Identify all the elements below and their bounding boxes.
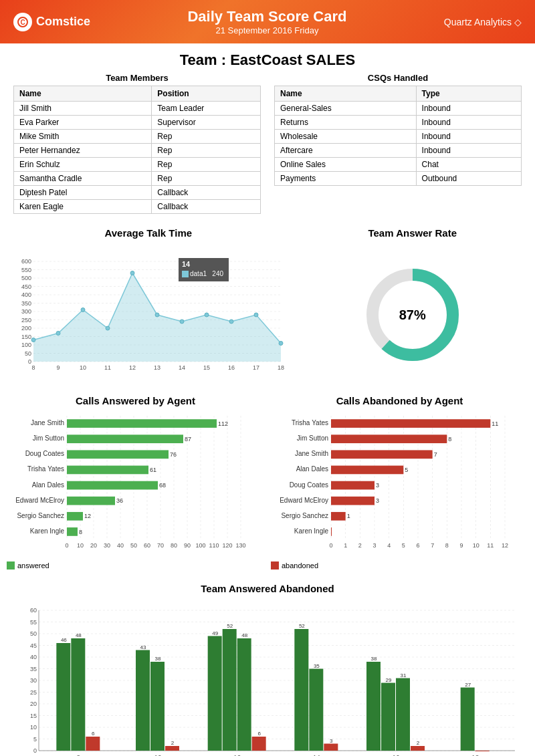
team-members-label: Team Members: [13, 73, 261, 83]
abandoned-chart: [271, 409, 518, 556]
abandoned-legend: abandoned: [271, 561, 528, 570]
avg-talk-time-title: Average Talk Time: [7, 227, 290, 239]
bottom-chart-canvas: [13, 597, 522, 756]
table-row: Online SalesChat: [275, 158, 522, 172]
table-row: Samantha CradleRep: [14, 172, 261, 186]
charts-row-1: Average Talk Time Team Answer Rate 87%: [0, 221, 535, 388]
calls-abandoned-block: Calls Abandoned by Agent abandoned: [271, 395, 528, 570]
col-name: Name: [14, 86, 152, 102]
bar-charts-row: Calls Answered by Agent answered Calls A…: [0, 388, 535, 576]
calls-answered-block: Calls Answered by Agent answered: [7, 395, 264, 570]
table-row: Jill SmithTeam Leader: [14, 102, 261, 116]
csqs-label: CSQs Handled: [274, 73, 522, 83]
answered-legend: answered: [7, 561, 264, 570]
answered-legend-label: answered: [17, 561, 49, 570]
table-row: Diptesh PatelCallback: [14, 186, 261, 200]
col-position: Position: [152, 86, 261, 102]
team-members-block: Team Members Name Position Jill SmithTea…: [13, 73, 261, 214]
calls-answered-title: Calls Answered by Agent: [7, 395, 264, 406]
bottom-chart-title: Team Answered Abandoned: [13, 583, 522, 594]
brand-logo: C Comstice: [13, 13, 90, 31]
table-row: Karen EagleCallback: [14, 200, 261, 214]
table-row: Erin SchulzRep: [14, 158, 261, 172]
team-members-table: Name Position Jill SmithTeam LeaderEva P…: [13, 86, 261, 214]
table-row: ReturnsInbound: [275, 116, 522, 130]
table-row: Eva ParkerSupervisor: [14, 116, 261, 130]
avg-talk-time-block: Average Talk Time: [7, 227, 290, 388]
donut-value: 87%: [399, 307, 426, 323]
header: C Comstice Daily Team Score Card 21 Sept…: [0, 0, 535, 43]
header-center: Daily Team Score Card 21 September 2016 …: [187, 8, 346, 35]
answer-rate-title: Team Answer Rate: [297, 227, 529, 239]
table-row: WholesaleInbound: [275, 130, 522, 144]
table-row: Mike SmithRep: [14, 130, 261, 144]
answered-chart: [7, 409, 254, 556]
page-title: Daily Team Score Card: [187, 8, 346, 25]
table-row: General-SalesInbound: [275, 102, 522, 116]
csqs-table: Name Type General-SalesInboundReturnsInb…: [274, 86, 522, 186]
brand-name: Comstice: [36, 15, 90, 29]
abandoned-legend-box: [271, 561, 279, 570]
report-date: 21 September 2016 Friday: [187, 25, 346, 35]
table-row: PaymentsOutbound: [275, 172, 522, 186]
table-row: Peter HernandezRep: [14, 144, 261, 158]
analytics-brand: Quartz Analytics ◇: [444, 17, 522, 27]
calls-abandoned-title: Calls Abandoned by Agent: [271, 395, 528, 406]
answered-legend-box: [7, 561, 15, 570]
abandoned-legend-label: abandoned: [282, 561, 318, 570]
answer-rate-block: Team Answer Rate 87%: [297, 227, 529, 388]
svg-text:C: C: [20, 19, 25, 26]
table-row: AftercareInbound: [275, 144, 522, 158]
logo-circle: C: [13, 13, 32, 31]
col-csq-type: Type: [416, 86, 521, 102]
line-chart: [7, 241, 290, 388]
donut-container: 87%: [297, 241, 529, 388]
bottom-chart-block: Team Answered Abandoned Hour: [0, 576, 535, 756]
csqs-block: CSQs Handled Name Type General-SalesInbo…: [274, 73, 522, 214]
tables-section: Team Members Name Position Jill SmithTea…: [0, 73, 535, 221]
col-csq-name: Name: [275, 86, 417, 102]
team-title: Team : EastCoast SALES: [0, 43, 535, 73]
